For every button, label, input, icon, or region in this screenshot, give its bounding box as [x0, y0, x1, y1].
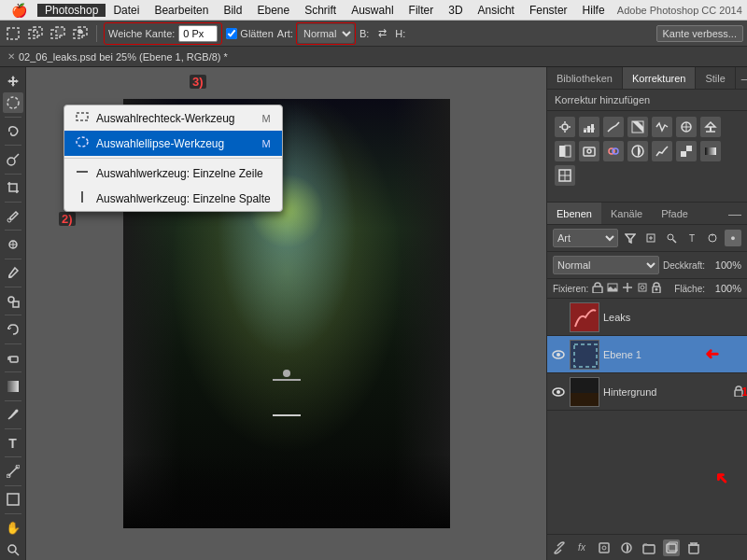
intersect-selection-icon[interactable]	[71, 24, 90, 43]
menu-schrift[interactable]: Schrift	[297, 4, 344, 17]
menu-datei[interactable]: Datei	[106, 4, 147, 17]
menu-fenster[interactable]: Fenster	[522, 4, 575, 17]
blend-mode-select[interactable]: Normal	[553, 256, 659, 274]
new-adjustment-icon[interactable]	[618, 539, 635, 556]
zoom-tool[interactable]	[3, 539, 23, 559]
delete-layer-icon[interactable]	[685, 539, 702, 556]
brush-tool[interactable]	[3, 263, 23, 283]
ctx-item-spalte[interactable]: Auswahlwerkzeug: Einzelne Spalte	[64, 186, 282, 211]
corr-gradientmap-icon[interactable]	[700, 141, 721, 161]
tab-ebenen[interactable]: Ebenen	[547, 203, 601, 224]
lock-image-icon[interactable]	[607, 282, 618, 295]
tab-korrekturen[interactable]: Korrekturen	[623, 67, 696, 89]
menu-filter[interactable]: Filter	[402, 4, 442, 17]
quick-select-tool[interactable]	[3, 149, 23, 169]
corr-curves-icon[interactable]	[603, 117, 624, 137]
eyedropper-tool[interactable]	[3, 206, 23, 226]
glatten-checkbox[interactable]	[226, 28, 237, 39]
layers-adjustment-icon[interactable]	[704, 230, 721, 246]
new-fill-layer-icon[interactable]	[596, 539, 613, 556]
crop-tool[interactable]	[3, 178, 23, 198]
subtract-selection-icon[interactable]	[49, 24, 67, 43]
kante-verbessern-button[interactable]: Kante verbess...	[656, 25, 744, 42]
svg-rect-17	[13, 301, 19, 307]
shape-tool[interactable]	[3, 490, 23, 510]
new-layer-icon[interactable]	[663, 539, 680, 556]
healing-tool[interactable]	[3, 234, 23, 254]
link-layers-icon[interactable]	[551, 539, 568, 556]
lock-transparent-icon[interactable]	[592, 282, 603, 295]
new-group-icon[interactable]	[641, 539, 657, 556]
menu-bild[interactable]: Bild	[216, 4, 249, 17]
art-select[interactable]: Normal	[298, 24, 354, 43]
fill-value[interactable]: 100%	[709, 283, 741, 294]
layers-filter-icon[interactable]	[622, 230, 639, 246]
tab-bibliotheken[interactable]: Bibliotheken	[547, 67, 623, 89]
swap-icon[interactable]: ⇄	[373, 24, 391, 43]
path-select-tool[interactable]	[3, 461, 23, 481]
new-selection-icon[interactable]	[4, 24, 22, 43]
hand-tool[interactable]: ✋	[3, 518, 23, 538]
layer-item-leaks[interactable]: 👁 Leaks	[547, 299, 747, 336]
ctx-item-ellipse[interactable]: Auswahlellipse-Werkzeug M	[64, 131, 282, 156]
corr-selective-icon[interactable]	[555, 165, 575, 186]
opacity-value[interactable]: 100%	[709, 259, 741, 271]
clone-tool[interactable]	[3, 291, 23, 311]
history-tool[interactable]	[3, 319, 23, 339]
tab-kanaele[interactable]: Kanäle	[601, 203, 652, 224]
corr-invert-icon[interactable]	[627, 141, 648, 161]
weiche-kante-input[interactable]: 0 Px	[178, 25, 218, 42]
tab-stile[interactable]: Stile	[696, 67, 735, 89]
tab-close-icon[interactable]: ✕	[7, 51, 15, 62]
layer-eye-hintergrund[interactable]	[551, 385, 566, 399]
menu-3d[interactable]: 3D	[441, 4, 470, 17]
lock-position-icon[interactable]	[622, 282, 633, 295]
lasso-tool[interactable]	[3, 121, 23, 141]
ctx-item-zeile[interactable]: Auswahlwerkzeug: Einzelne Zeile	[64, 161, 282, 186]
layers-new-icon[interactable]	[642, 230, 659, 246]
tab-pfade[interactable]: Pfade	[652, 203, 698, 224]
pen-tool[interactable]	[3, 405, 23, 425]
corr-levels-icon[interactable]	[579, 117, 599, 137]
fx-icon[interactable]: fx	[573, 539, 590, 556]
eraser-tool[interactable]	[3, 348, 23, 368]
lock-artboard-icon[interactable]	[637, 282, 648, 295]
menu-hilfe[interactable]: Hilfe	[575, 4, 613, 17]
menu-photoshop[interactable]: Photoshop	[37, 4, 106, 17]
menu-auswahl[interactable]: Auswahl	[344, 4, 401, 17]
layer-item-hintergrund[interactable]: Hintergrund 1)	[547, 373, 747, 411]
svg-rect-0	[7, 28, 19, 39]
lock-all-icon[interactable]	[652, 282, 661, 295]
menu-ansicht[interactable]: Ansicht	[471, 4, 522, 17]
layers-on-off-icon[interactable]: ●	[725, 230, 741, 246]
corr-vibrance-icon[interactable]	[652, 117, 672, 137]
corr-bw-icon[interactable]	[555, 141, 575, 161]
canvas-area[interactable]: Auswahlrechteck-Werkzeug M Auswahlellips…	[26, 67, 546, 560]
gradient-tool[interactable]	[3, 376, 23, 396]
layers-filter-select[interactable]: Art	[553, 229, 618, 247]
corrections-collapse-icon[interactable]: —	[736, 67, 747, 89]
corr-posterize-icon[interactable]	[652, 141, 672, 161]
corr-brightness-icon[interactable]	[555, 117, 575, 137]
layers-fx-icon[interactable]: T	[684, 230, 700, 246]
layer-eye-ebene1[interactable]	[551, 347, 566, 362]
corr-exposure-icon[interactable]	[627, 117, 648, 137]
corr-photo-icon[interactable]	[579, 141, 599, 161]
layer-item-ebene1[interactable]: Ebene 1 ➜	[547, 336, 747, 373]
corr-channel-icon[interactable]	[603, 141, 624, 161]
menu-ebene[interactable]: Ebene	[249, 4, 297, 17]
selection-tool[interactable]	[3, 92, 23, 112]
layers-search-icon[interactable]	[663, 230, 680, 246]
tab-title[interactable]: 02_06_leaks.psd bei 25% (Ebene 1, RGB/8)…	[19, 51, 228, 63]
add-selection-icon[interactable]	[26, 24, 45, 43]
move-tool[interactable]	[3, 71, 23, 91]
ctx-item-rechteck[interactable]: Auswahlrechteck-Werkzeug M	[64, 105, 282, 131]
layer-thumb-hintergrund	[570, 377, 599, 407]
menu-bearbeiten[interactable]: Bearbeiten	[147, 4, 216, 17]
corr-threshold-icon[interactable]	[676, 141, 697, 161]
corr-hsl-icon[interactable]	[676, 117, 697, 137]
layers-collapse-icon[interactable]: —	[723, 203, 747, 224]
apple-logo[interactable]: 🍎	[0, 3, 37, 18]
corr-colorbalance-icon[interactable]	[700, 117, 721, 137]
text-tool[interactable]: T	[3, 433, 23, 453]
